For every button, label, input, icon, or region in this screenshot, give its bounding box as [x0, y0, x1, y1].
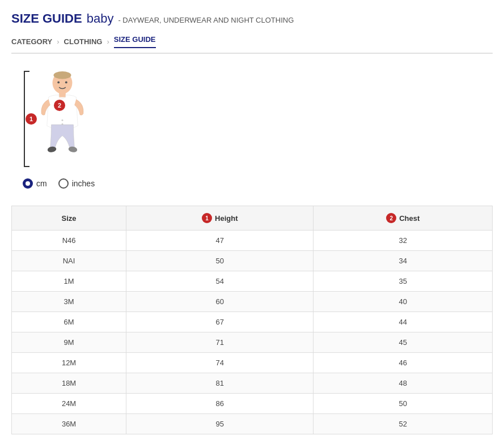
cell-chest: 32 — [314, 231, 493, 251]
cell-height: 74 — [126, 353, 314, 373]
cell-chest: 50 — [314, 394, 493, 414]
breadcrumb: CATEGORY › CLOTHING › SIZE GUIDE — [11, 35, 493, 54]
svg-point-9 — [62, 123, 63, 125]
table-row: 12M 74 46 — [12, 353, 493, 373]
unit-selector: cm inches — [23, 178, 493, 189]
cell-chest: 48 — [314, 373, 493, 394]
cell-size: N46 — [12, 231, 126, 251]
height-bracket-top — [24, 71, 29, 72]
col-badge-height: 1 — [202, 213, 212, 223]
cell-chest: 44 — [314, 312, 493, 332]
cell-height: 81 — [126, 373, 314, 394]
cell-size: 6M — [12, 312, 126, 332]
svg-point-3 — [65, 81, 67, 83]
cell-height: 71 — [126, 332, 314, 353]
svg-point-8 — [62, 120, 63, 121]
cell-chest: 45 — [314, 332, 493, 353]
unit-cm-label: cm — [36, 179, 47, 188]
cell-size: 9M — [12, 332, 126, 353]
cell-height: 54 — [126, 271, 314, 292]
cell-height: 60 — [126, 292, 314, 312]
cell-size: 36M — [12, 414, 126, 434]
svg-point-2 — [57, 81, 60, 83]
page-title: SIZE GUIDE baby - DAYWEAR, UNDERWEAR AND… — [11, 11, 493, 26]
breadcrumb-size-guide[interactable]: SIZE GUIDE — [114, 35, 156, 48]
svg-point-1 — [53, 71, 71, 79]
table-row: 1M 54 35 — [12, 271, 493, 292]
cell-height: 67 — [126, 312, 314, 332]
badge-chest: 2 — [54, 100, 65, 111]
cell-height: 50 — [126, 251, 314, 271]
size-table: Size 1 Height 2 Chest N46 47 — [11, 206, 493, 434]
height-bracket-line — [24, 71, 25, 167]
breadcrumb-clothing[interactable]: CLOTHING — [64, 37, 103, 46]
cell-size: 18M — [12, 373, 126, 394]
cell-height: 47 — [126, 231, 314, 251]
breadcrumb-sep-2: › — [107, 37, 109, 46]
table-row: 18M 81 48 — [12, 373, 493, 394]
col-header-size: Size — [12, 206, 126, 231]
col-badge-chest: 2 — [386, 213, 396, 223]
table-body: N46 47 32 NAI 50 34 1M 54 35 3M 60 40 6M… — [12, 231, 493, 434]
table-header: Size 1 Height 2 Chest — [12, 206, 493, 231]
cell-size: 3M — [12, 292, 126, 312]
table-row: 6M 67 44 — [12, 312, 493, 332]
figure-area: · 1 2 — [23, 71, 493, 167]
cell-chest: 46 — [314, 353, 493, 373]
col-header-height: 1 Height — [126, 206, 314, 231]
table-row: 24M 86 50 — [12, 394, 493, 414]
title-main: SIZE GUIDE — [11, 11, 82, 26]
unit-cm[interactable]: cm — [23, 178, 47, 189]
cell-chest: 35 — [314, 271, 493, 292]
height-bracket-bottom — [24, 166, 29, 167]
table-row: 9M 71 45 — [12, 332, 493, 353]
breadcrumb-category[interactable]: CATEGORY — [11, 37, 52, 46]
cell-size: 1M — [12, 271, 126, 292]
table-row: N46 47 32 — [12, 231, 493, 251]
unit-inches[interactable]: inches — [58, 178, 95, 189]
page-wrapper: SIZE GUIDE baby - DAYWEAR, UNDERWEAR AND… — [0, 0, 504, 446]
badge-height: 1 — [26, 113, 37, 125]
col-header-chest: 2 Chest — [314, 206, 493, 231]
title-sub: baby — [87, 11, 114, 26]
table-header-row: Size 1 Height 2 Chest — [12, 206, 493, 231]
svg-rect-4 — [59, 93, 66, 97]
cell-height: 86 — [126, 394, 314, 414]
baby-figure: · 1 2 — [23, 71, 96, 167]
radio-inches-unselected — [58, 178, 69, 189]
table-row: NAI 50 34 — [12, 251, 493, 271]
title-desc: - DAYWEAR, UNDERWEAR AND NIGHT CLOTHING — [118, 16, 294, 24]
cell-height: 95 — [126, 414, 314, 434]
cell-size: 24M — [12, 394, 126, 414]
baby-illustration: · — [34, 71, 91, 164]
unit-inches-label: inches — [72, 179, 95, 188]
breadcrumb-sep-1: › — [57, 37, 59, 46]
cell-chest: 52 — [314, 414, 493, 434]
table-row: 3M 60 40 — [12, 292, 493, 312]
cell-size: NAI — [12, 251, 126, 271]
table-row: 36M 95 52 — [12, 414, 493, 434]
cell-chest: 34 — [314, 251, 493, 271]
cell-chest: 40 — [314, 292, 493, 312]
radio-cm-selected — [23, 178, 33, 189]
cell-size: 12M — [12, 353, 126, 373]
